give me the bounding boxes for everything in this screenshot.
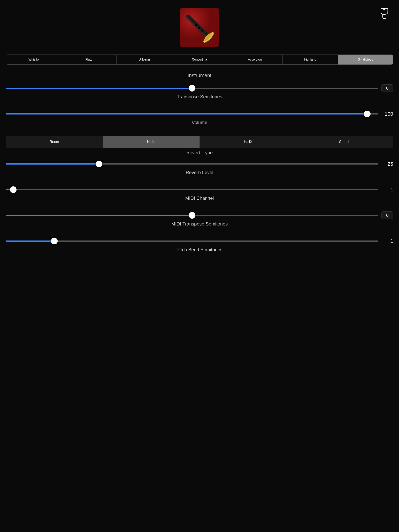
reverb-level-slider[interactable] xyxy=(6,160,378,168)
transpose-slider[interactable] xyxy=(6,84,378,92)
pitch-bend-slider[interactable] xyxy=(6,237,378,245)
volume-value: 100 xyxy=(381,111,393,117)
instrument-image xyxy=(180,8,219,47)
tab-uilleann[interactable]: Uilleann xyxy=(117,55,172,64)
midi-channel-value: 1 xyxy=(381,187,393,193)
pitch-bend-value: 1 xyxy=(381,238,393,244)
transpose-value: 0 xyxy=(381,84,393,92)
svg-point-0 xyxy=(383,8,386,10)
reverb-hall1[interactable]: Hall1 xyxy=(103,136,200,148)
instrument-section-label: Instrument xyxy=(6,72,393,78)
reverb-level-label: Reverb Level xyxy=(6,170,393,175)
midi-channel-label: MIDI Channel xyxy=(6,196,393,201)
reverb-type-label: Reverb Type xyxy=(6,150,393,155)
reverb-hall2[interactable]: Hall2 xyxy=(200,136,296,148)
tab-smallpipes[interactable]: Smallpipes xyxy=(338,55,393,64)
tab-concertina[interactable]: Concertina xyxy=(172,55,227,64)
tab-flute[interactable]: Flute xyxy=(61,55,117,64)
tab-accordion[interactable]: Accordion xyxy=(227,55,283,64)
app-logo xyxy=(378,6,391,19)
reverb-type-selector: Room Hall1 Hall2 Church xyxy=(6,136,393,148)
reverb-level-section: 25 Reverb Level xyxy=(6,160,393,180)
volume-label: Volume xyxy=(6,120,393,125)
midi-transpose-value: 0 xyxy=(381,211,393,219)
midi-transpose-label: MIDI Transpose Semitones xyxy=(6,221,393,227)
pitch-bend-section: 1 Pitch Bend Semitones xyxy=(6,237,393,257)
pitch-bend-label: Pitch Bend Semitones xyxy=(6,247,393,252)
midi-channel-section: 1 MIDI Channel xyxy=(6,186,393,206)
volume-slider[interactable] xyxy=(6,110,378,118)
tab-highland[interactable]: Highland xyxy=(283,55,338,64)
instrument-tab-bar: Whistle Flute Uilleann Concertina Accord… xyxy=(6,55,393,65)
midi-transpose-slider[interactable] xyxy=(6,211,378,219)
reverb-type-section: Room Hall1 Hall2 Church Reverb Type xyxy=(6,136,393,160)
midi-transpose-section: 0 MIDI Transpose Semitones xyxy=(6,211,393,231)
transpose-label: Transpose Semitones xyxy=(6,94,393,100)
reverb-room[interactable]: Room xyxy=(6,136,103,148)
volume-section: 100 Volume xyxy=(6,110,393,130)
reverb-church[interactable]: Church xyxy=(296,136,393,148)
midi-channel-slider[interactable] xyxy=(6,186,378,194)
transpose-semitones-section: 0 Transpose Semitones xyxy=(6,84,393,104)
reverb-level-value: 25 xyxy=(381,161,393,167)
tab-whistle[interactable]: Whistle xyxy=(6,55,61,64)
